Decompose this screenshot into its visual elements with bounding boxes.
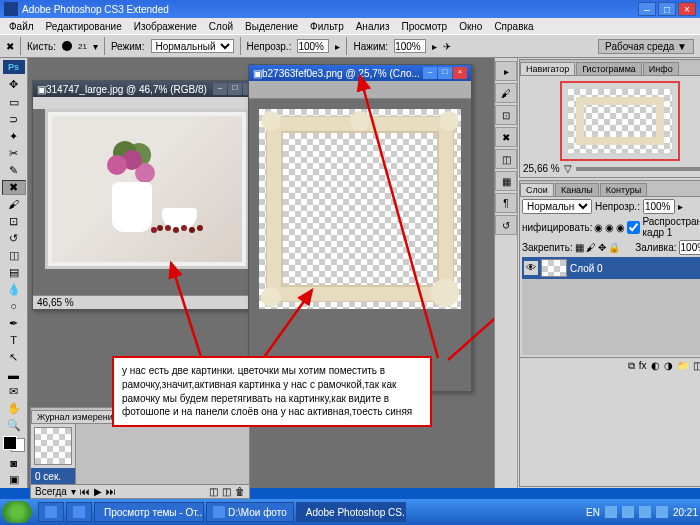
adjustment-icon[interactable]: ◑ [664, 360, 673, 371]
layer-visibility-icon[interactable]: 👁 [524, 261, 538, 275]
zoom-out-icon[interactable]: ▽ [564, 163, 572, 174]
tab-histogram[interactable]: Гистограмма [576, 62, 642, 75]
tab-paths[interactable]: Контуры [600, 183, 647, 196]
healing-tool[interactable]: ✖ [2, 180, 26, 195]
doc2-titlebar[interactable]: ▣ b27363fef0e3.png @ 25,7% (Сло... – □ × [249, 65, 471, 81]
layer-opacity-input[interactable] [643, 199, 675, 214]
minimize-button[interactable]: – [638, 2, 656, 16]
blur-tool[interactable]: 💧 [2, 282, 26, 297]
new-layer-icon[interactable]: ◫ [693, 360, 700, 371]
taskbar-btn-explorer[interactable]: D:\Мои фото [206, 502, 294, 522]
hand-tool[interactable]: ✋ [2, 401, 26, 416]
document-window-2[interactable]: ▣ b27363fef0e3.png @ 25,7% (Сло... – □ × [248, 64, 472, 392]
brush-tool[interactable]: 🖌 [2, 197, 26, 212]
unify-icon-1[interactable]: ◉ [594, 222, 603, 233]
menu-select[interactable]: Выделение [240, 20, 303, 33]
path-tool[interactable]: ↖ [2, 350, 26, 365]
rewind-icon[interactable]: ⏮ [80, 486, 90, 497]
tab-layers[interactable]: Слои [520, 183, 554, 196]
type-tool[interactable]: T [2, 333, 26, 348]
dodge-tool[interactable]: ○ [2, 299, 26, 314]
layers-empty-area[interactable] [522, 279, 700, 355]
new-frame-icon[interactable]: ◫ [222, 486, 231, 497]
play-icon[interactable]: ▶ [94, 486, 102, 497]
start-button[interactable] [2, 501, 32, 523]
eraser-tool[interactable]: ◫ [2, 248, 26, 263]
menu-help[interactable]: Справка [489, 20, 538, 33]
stamp-tool[interactable]: ⊡ [2, 214, 26, 229]
rpanel-swatch-icon[interactable]: ◫ [495, 149, 517, 169]
tab-navigator[interactable]: Навигатор [520, 62, 575, 75]
navigator-preview[interactable] [560, 81, 680, 161]
quicklaunch-2[interactable] [66, 502, 92, 522]
doc2-canvas[interactable] [259, 109, 461, 309]
doc1-zoom[interactable]: 46,65 % [37, 297, 74, 308]
tray-icon-3[interactable] [639, 506, 651, 518]
brush-preview[interactable] [62, 41, 72, 51]
move-tool[interactable]: ✥ [2, 77, 26, 92]
rpanel-clone-icon[interactable]: ⊡ [495, 105, 517, 125]
opacity-input[interactable] [297, 39, 329, 53]
screenmode-tool[interactable]: ▣ [2, 472, 26, 487]
lock-all-icon[interactable]: 🔒 [608, 242, 620, 253]
airbrush-icon[interactable]: ✈ [443, 41, 451, 52]
menu-filter[interactable]: Фильтр [305, 20, 349, 33]
workspace-button[interactable]: Рабочая среда ▼ [598, 39, 694, 54]
mode-select[interactable]: Нормальный [151, 39, 234, 53]
taskbar-btn-browser[interactable]: Просмотр темы - От... [94, 502, 204, 522]
tab-measurement-log[interactable]: Журнал измерений [31, 410, 124, 423]
layer-mask-icon[interactable]: ◐ [651, 360, 660, 371]
notes-tool[interactable]: ✉ [2, 384, 26, 399]
close-button[interactable]: × [678, 2, 696, 16]
rpanel-color-icon[interactable]: ▦ [495, 171, 517, 191]
lock-trans-icon[interactable]: ▦ [575, 242, 584, 253]
brush-tool-icon[interactable]: ✖ [6, 41, 14, 52]
flow-input[interactable] [394, 39, 426, 53]
unify-icon-2[interactable]: ◉ [605, 222, 614, 233]
history-brush-tool[interactable]: ↺ [2, 231, 26, 246]
link-layers-icon[interactable]: ⧉ [628, 360, 635, 372]
tab-channels[interactable]: Каналы [555, 183, 599, 196]
menu-analysis[interactable]: Анализ [351, 20, 395, 33]
doc2-close[interactable]: × [453, 67, 467, 79]
rpanel-char-icon[interactable]: ✖ [495, 127, 517, 147]
lock-pixels-icon[interactable]: 🖌 [586, 242, 596, 253]
pen-tool[interactable]: ✒ [2, 316, 26, 331]
quickmask-tool[interactable]: ◙ [2, 455, 26, 470]
tray-icon-4[interactable] [656, 506, 668, 518]
rpanel-history-icon[interactable]: ↺ [495, 215, 517, 235]
propagate-checkbox[interactable] [627, 221, 640, 234]
delete-frame-icon[interactable]: 🗑 [235, 486, 245, 497]
unify-icon-3[interactable]: ◉ [616, 222, 625, 233]
doc1-canvas[interactable] [45, 109, 249, 269]
taskbar-btn-photoshop[interactable]: Adobe Photoshop CS... [296, 502, 406, 522]
group-icon[interactable]: 📁 [677, 360, 689, 371]
doc2-min[interactable]: – [423, 67, 437, 79]
shape-tool[interactable]: ▬ [2, 367, 26, 382]
wand-tool[interactable]: ✦ [2, 129, 26, 144]
lock-pos-icon[interactable]: ✥ [598, 242, 606, 253]
doc1-max[interactable]: □ [228, 83, 242, 95]
layer-row-0[interactable]: 👁 Слой 0 [522, 257, 700, 279]
ps-logo[interactable]: Ps [2, 59, 26, 75]
clock[interactable]: 20:21 [673, 507, 698, 518]
history-thumbnail[interactable] [34, 427, 72, 465]
nav-zoom-value[interactable]: 25,66 % [523, 163, 560, 174]
rpanel-brush-icon[interactable]: 🖌 [495, 83, 517, 103]
menu-image[interactable]: Изображение [129, 20, 202, 33]
maximize-button[interactable]: □ [658, 2, 676, 16]
lang-indicator[interactable]: EN [586, 507, 600, 518]
menu-layer[interactable]: Слой [204, 20, 238, 33]
gradient-tool[interactable]: ▤ [2, 265, 26, 280]
layer-thumbnail[interactable] [541, 259, 567, 277]
tween-icon[interactable]: ◫ [209, 486, 218, 497]
layer-fx-icon[interactable]: fx [639, 360, 647, 371]
eyedropper-tool[interactable]: ✎ [2, 163, 26, 178]
layer-name[interactable]: Слой 0 [570, 263, 603, 274]
doc1-min[interactable]: – [213, 83, 227, 95]
quicklaunch-1[interactable] [38, 502, 64, 522]
zoom-tool[interactable]: 🔍 [2, 418, 26, 433]
menu-file[interactable]: Файл [4, 20, 39, 33]
tray-icon-1[interactable] [605, 506, 617, 518]
crop-tool[interactable]: ✂ [2, 146, 26, 161]
